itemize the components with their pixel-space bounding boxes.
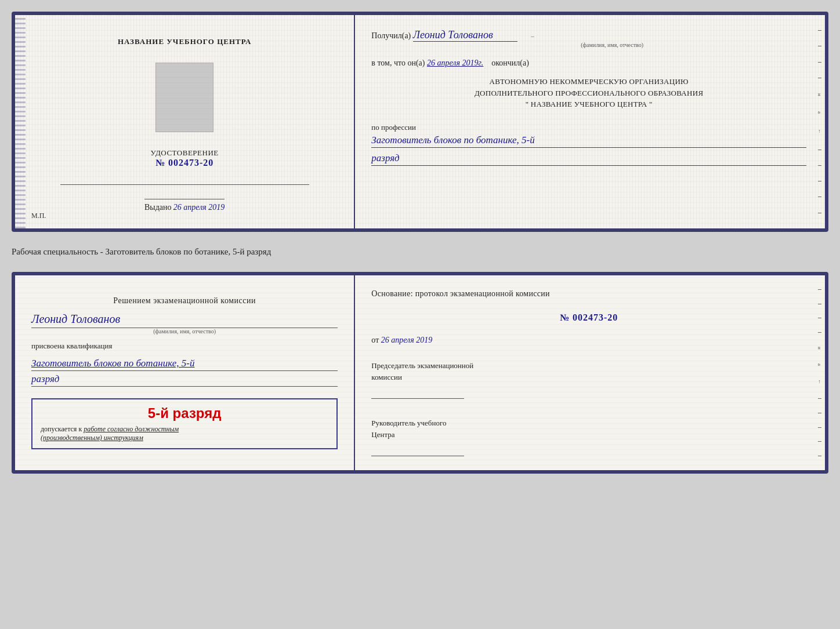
qual-left-panel: Решением экзаменационной комиссии Леонид… [15, 275, 355, 470]
qualification-card: Решением экзаменационной комиссии Леонид… [12, 272, 828, 474]
cert-number-section: УДОСТОВЕРЕНИЕ № 002473-20 [151, 148, 219, 168]
director-label: Руководитель учебного Центра [371, 417, 806, 456]
deco-dash [818, 289, 821, 290]
separator-text: Рабочая специальность - Заготовитель бло… [12, 242, 828, 261]
deco-dash [818, 304, 821, 304]
protocol-number: № 002473-20 [371, 312, 806, 323]
deco-dash [818, 427, 821, 428]
right-decoration: и а ← [817, 15, 823, 228]
right-decoration: и а ← [817, 275, 823, 470]
recipient-line: Получил(а) Леонид Толованов – (фамилия, … [371, 29, 806, 48]
recipient-name: Леонид Толованов [413, 29, 493, 41]
chairman-section: Председатель экзаменационной комиссии [371, 360, 806, 399]
deco-dash [818, 165, 821, 166]
cert-school-title: НАЗВАНИЕ УЧЕБНОГО ЦЕНТРА [118, 37, 252, 46]
deco-dash [818, 46, 821, 46]
deco-dash [818, 181, 821, 181]
cert-right-panel: Получил(а) Леонид Толованов – (фамилия, … [355, 15, 825, 228]
profession-section: по профессии Заготовитель блоков по бота… [371, 123, 806, 166]
rank-value: разряд [371, 152, 806, 166]
date-value: 26 апреля 2019г. [427, 59, 483, 67]
rank-box-title: 5-й разряд [41, 405, 328, 421]
date-line: в том, что он(а) 26 апреля 2019г. окончи… [371, 59, 806, 68]
deco-dash [818, 413, 821, 413]
qual-rank-value: разряд [31, 373, 338, 387]
deco-dash [818, 456, 821, 456]
deco-dash [818, 213, 821, 213]
assigned-label: присвоена квалификация [31, 341, 338, 351]
chairman-label: Председатель экзаменационной комиссии [371, 360, 806, 383]
cert-left-panel: НАЗВАНИЕ УЧЕБНОГО ЦЕНТРА УДОСТОВЕРЕНИЕ №… [15, 15, 355, 228]
deco-dash [818, 62, 821, 63]
profession-value: Заготовитель блоков по ботанике, 5-й [371, 134, 806, 148]
mp-label: М.П. [31, 212, 46, 220]
qual-right-panel: Основание: протокол экзаменационной коми… [355, 275, 825, 470]
deco-dash [818, 150, 821, 150]
rank-box-subtitle: допускается к работе согласно должностны… [41, 425, 328, 442]
cert-number-label: УДОСТОВЕРЕНИЕ [151, 148, 219, 158]
deco-dash [818, 441, 821, 442]
deco-dash [818, 318, 821, 318]
cert-number-value: № 002473-20 [151, 158, 219, 168]
qual-person-line: Леонид Толованов (фамилия, имя, отчество… [31, 312, 338, 335]
certificate-card: НАЗВАНИЕ УЧЕБНОГО ЦЕНТРА УДОСТОВЕРЕНИЕ №… [12, 12, 828, 232]
page-wrapper: НАЗВАНИЕ УЧЕБНОГО ЦЕНТРА УДОСТОВЕРЕНИЕ №… [12, 12, 828, 474]
protocol-date: от 26 апреля 2019 [371, 336, 806, 345]
director-signature-line [371, 445, 464, 456]
recipient-sublabel: (фамилия, имя, отчество) [418, 42, 806, 48]
qual-profession-block: Заготовитель блоков по ботанике, 5-й раз… [31, 358, 338, 387]
cert-photo [155, 63, 213, 132]
rank-box: 5-й разряд допускается к работе согласно… [31, 398, 338, 449]
qual-person-sublabel: (фамилия, имя, отчество) [31, 328, 338, 335]
deco-dash [818, 398, 821, 399]
chairman-signature-line [371, 387, 464, 399]
deco-dash [818, 30, 821, 31]
left-border-decoration [15, 15, 26, 228]
deco-dash [818, 197, 821, 197]
decision-text: Решением экзаменационной комиссии [31, 296, 338, 306]
basis-label: Основание: протокол экзаменационной коми… [371, 289, 806, 299]
qual-person-name: Леонид Толованов [31, 312, 338, 328]
cert-issued-line: Выдано 26 апреля 2019 [144, 199, 225, 212]
org-block: АВТОНОМНУЮ НЕКОММЕРЧЕСКУЮ ОРГАНИЗАЦИЮ ДО… [371, 76, 806, 110]
deco-dash [818, 78, 821, 78]
deco-dash [818, 332, 821, 333]
qual-profession-value: Заготовитель блоков по ботанике, 5-й [31, 358, 338, 371]
